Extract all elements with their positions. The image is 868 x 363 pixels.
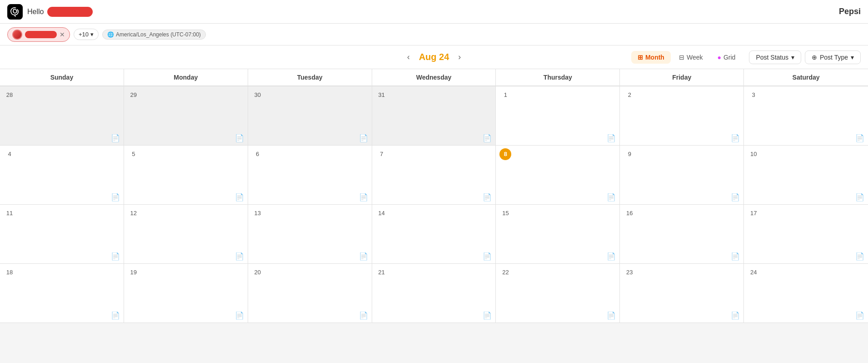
add-post-icon[interactable]: 📄 — [607, 252, 616, 261]
calendar-day-cell[interactable]: 30📄 — [248, 86, 372, 146]
add-post-icon[interactable]: 📄 — [235, 193, 244, 202]
calendar-day-cell[interactable]: 28📄 — [0, 86, 124, 146]
more-filters-button[interactable]: +10 ▾ — [74, 29, 99, 40]
calendar-day-cell[interactable]: 29📄 — [124, 86, 248, 146]
day-number: 19 — [128, 267, 140, 278]
add-post-icon[interactable]: 📄 — [111, 311, 120, 320]
grid-icon: ● — [717, 54, 721, 61]
add-post-icon[interactable]: 📄 — [855, 252, 864, 261]
day-number: 23 — [624, 267, 635, 278]
calendar-day-cell[interactable]: 4📄 — [0, 146, 124, 205]
day-number: 11 — [4, 207, 15, 219]
add-post-icon[interactable]: 📄 — [359, 193, 368, 202]
calendar-day-cell[interactable]: 18📄 — [0, 264, 124, 323]
calendar-day-cell[interactable]: 17📄 — [744, 205, 868, 264]
add-post-icon[interactable]: 📄 — [359, 311, 368, 320]
calendar-day-cell[interactable]: 1📄 — [496, 86, 620, 146]
day-number: 12 — [128, 207, 140, 219]
calendar-day-cell[interactable]: 3📄 — [744, 86, 868, 146]
calendar-day-cell[interactable]: 14📄 — [372, 205, 496, 264]
calendar-day-cell[interactable]: 19📄 — [124, 264, 248, 323]
calendar-day-cell[interactable]: 13📄 — [248, 205, 372, 264]
next-month-button[interactable]: › — [454, 50, 464, 64]
day-number: 4 — [4, 148, 15, 160]
calendar-day-cell[interactable]: 21📄 — [372, 264, 496, 323]
day-number: 9 — [624, 148, 635, 160]
add-post-icon[interactable]: 📄 — [607, 134, 616, 142]
add-post-icon[interactable]: 📄 — [111, 134, 120, 142]
add-post-icon[interactable]: 📄 — [359, 252, 368, 261]
post-status-filter[interactable]: Post Status ▾ — [749, 50, 801, 64]
add-post-icon[interactable]: 📄 — [731, 134, 740, 142]
calendar-day-cell[interactable]: 9📄 — [620, 146, 744, 205]
add-post-icon[interactable]: 📄 — [483, 252, 492, 261]
add-post-icon[interactable]: 📄 — [483, 193, 492, 202]
post-type-chevron: ▾ — [851, 54, 854, 61]
day-number: 5 — [128, 148, 140, 160]
calendar-day-cell[interactable]: 12📄 — [124, 205, 248, 264]
day-of-week-header: Tuesday — [248, 69, 372, 86]
month-view-button[interactable]: ⊞ Month — [631, 51, 671, 64]
timezone-badge: 🌐 America/Los_Angeles (UTC-07:00) — [102, 30, 206, 40]
add-post-icon[interactable]: 📄 — [235, 134, 244, 142]
filterbar: ✕ +10 ▾ 🌐 America/Los_Angeles (UTC-07:00… — [0, 24, 868, 45]
add-post-icon[interactable]: 📄 — [483, 311, 492, 320]
calendar-day-cell[interactable]: 31📄 — [372, 86, 496, 146]
calendar-day-cell[interactable]: 24📄 — [744, 264, 868, 323]
add-post-icon[interactable]: 📄 — [855, 311, 864, 320]
calendar-day-cell[interactable]: 16📄 — [620, 205, 744, 264]
day-number: 16 — [624, 207, 635, 219]
add-post-icon[interactable]: 📄 — [731, 193, 740, 202]
add-post-icon[interactable]: 📄 — [235, 252, 244, 261]
post-type-label: Post Type — [820, 54, 848, 61]
day-number: 14 — [376, 207, 388, 219]
greeting-text: Hello — [27, 8, 44, 16]
remove-filter-button[interactable]: ✕ — [60, 31, 65, 38]
calendar-title: Aug 24 — [419, 52, 449, 62]
day-number: 22 — [499, 267, 511, 278]
calendar-container: SundayMondayTuesdayWednesdayThursdayFrid… — [0, 69, 868, 323]
day-number: 29 — [128, 89, 140, 101]
day-number: 18 — [4, 267, 15, 278]
calendar-icon: ⊞ — [638, 54, 643, 61]
prev-month-button[interactable]: ‹ — [404, 50, 414, 64]
week-view-button[interactable]: ⊟ Week — [673, 51, 709, 64]
calendar-day-cell[interactable]: 23📄 — [620, 264, 744, 323]
calendar-day-cell[interactable]: 20📄 — [248, 264, 372, 323]
add-post-icon[interactable]: 📄 — [855, 193, 864, 202]
day-number: 21 — [376, 267, 388, 278]
calendar-navigation: ‹ Aug 24 › — [292, 50, 576, 64]
brand-name: Pepsi — [839, 7, 861, 16]
add-post-icon[interactable]: 📄 — [235, 311, 244, 320]
calendar-day-cell[interactable]: 7📄 — [372, 146, 496, 205]
day-number: 17 — [748, 207, 759, 219]
add-post-icon[interactable]: 📄 — [607, 311, 616, 320]
grid-view-label: Grid — [723, 54, 735, 61]
calendar-day-cell[interactable]: 15📄 — [496, 205, 620, 264]
calendar-day-cell[interactable]: 11📄 — [0, 205, 124, 264]
grid-view-button[interactable]: ● Grid — [711, 51, 742, 64]
add-post-icon[interactable]: 📄 — [607, 193, 616, 202]
day-of-week-header: Saturday — [744, 69, 868, 86]
day-of-week-header: Friday — [620, 69, 744, 86]
calendar-day-cell[interactable]: 22📄 — [496, 264, 620, 323]
calendar-day-cell[interactable]: 8📄 — [496, 146, 620, 205]
calendar-day-cell[interactable]: 5📄 — [124, 146, 248, 205]
calendar-day-cell[interactable]: 10📄 — [744, 146, 868, 205]
calendar-day-cell[interactable]: 6📄 — [248, 146, 372, 205]
add-post-icon[interactable]: 📄 — [359, 134, 368, 142]
timezone-label: America/Los_Angeles (UTC-07:00) — [116, 31, 201, 38]
add-post-icon[interactable]: 📄 — [855, 134, 864, 142]
account-filter-chip[interactable]: ✕ — [7, 27, 70, 42]
account-avatar — [12, 30, 22, 40]
calendar-day-cell[interactable]: 2📄 — [620, 86, 744, 146]
day-number: 2 — [624, 89, 635, 101]
add-post-icon[interactable]: 📄 — [731, 252, 740, 261]
add-post-icon[interactable]: 📄 — [111, 193, 120, 202]
add-post-icon[interactable]: 📄 — [483, 134, 492, 142]
add-post-icon[interactable]: 📄 — [731, 311, 740, 320]
post-type-filter[interactable]: ⊕ Post Type ▾ — [805, 50, 861, 64]
day-number: 8 — [499, 148, 511, 160]
post-type-icon: ⊕ — [812, 54, 817, 61]
add-post-icon[interactable]: 📄 — [111, 252, 120, 261]
